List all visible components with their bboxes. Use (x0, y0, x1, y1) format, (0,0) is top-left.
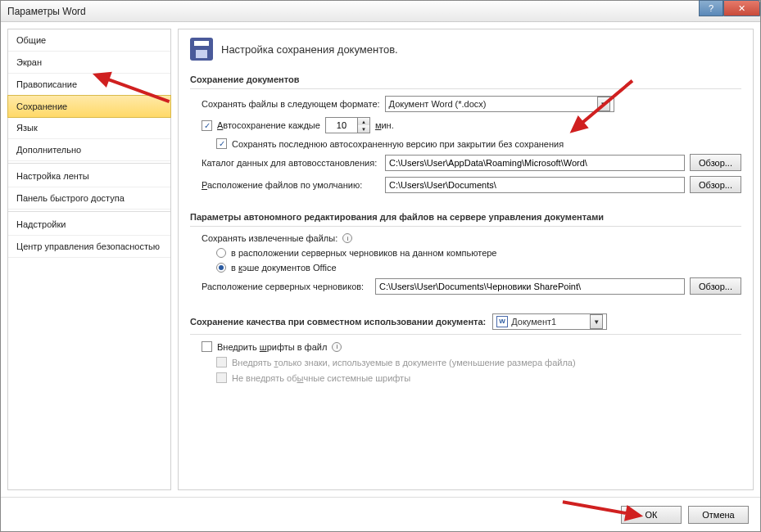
autosave-checkbox[interactable] (202, 120, 212, 131)
sidebar-item-addins[interactable]: Надстройки (8, 214, 170, 236)
keep-last-autosave-label: Сохранять последнюю автосохраненную верс… (232, 139, 564, 149)
autosave-interval-input[interactable] (326, 118, 357, 133)
spinner-down[interactable]: ▼ (358, 125, 369, 133)
embed-fonts-checkbox[interactable] (202, 341, 212, 352)
content-panel: Настройка сохранения документов. Сохране… (178, 29, 754, 490)
page-header: Настройка сохранения документов. (190, 38, 741, 61)
close-button[interactable]: ✕ (723, 0, 760, 16)
titlebar: Параметры Word ? ✕ (1, 1, 760, 22)
info-icon[interactable]: i (332, 342, 342, 352)
ok-button[interactable]: ОК (621, 506, 682, 524)
section-offline-edit: Параметры автономного редактирования для… (190, 208, 741, 227)
word-doc-icon (496, 316, 508, 327)
default-location-input[interactable] (385, 177, 685, 193)
browse-autorecover-button[interactable]: Обзор... (690, 154, 741, 171)
sidebar-item-ribbon[interactable]: Настройка ленты (8, 165, 170, 187)
radio-office-cache[interactable] (216, 263, 226, 273)
autorecover-path-label: Каталог данных для автовосстановления: (202, 158, 380, 168)
spinner-up[interactable]: ▲ (358, 118, 369, 125)
sidebar-item-save[interactable]: Сохранение (7, 95, 171, 118)
embed-only-used-checkbox (216, 357, 227, 367)
no-system-fonts-checkbox (216, 372, 227, 383)
radio-server-drafts-local[interactable] (216, 248, 226, 258)
chevron-down-icon: ▼ (590, 314, 603, 329)
sidebar-item-qat[interactable]: Панель быстрого доступа (8, 187, 170, 210)
options-dialog: Параметры Word ? ✕ Общие Экран Правописа… (0, 0, 761, 532)
save-format-label: Сохранять файлы в следующем формате: (202, 99, 380, 109)
radio-office-cache-label: в кэше документов Office (231, 263, 337, 273)
browse-default-button[interactable]: Обзор... (690, 176, 741, 193)
section-sharing-quality: Сохранение качества при совместном испол… (190, 309, 741, 335)
sidebar-item-display[interactable]: Экран (8, 52, 170, 74)
sidebar-item-general[interactable]: Общие (8, 29, 170, 52)
section-save-docs: Сохранение документов (190, 70, 741, 89)
server-drafts-input[interactable] (375, 278, 685, 295)
save-checked-files-label: Сохранять извлеченные файлы: (202, 233, 337, 243)
info-icon[interactable]: i (342, 233, 352, 243)
default-location-label: Расположение файлов по умолчанию: (202, 180, 380, 190)
autosave-label: ААвтосохранение каждыевтосохранение кажд… (217, 120, 320, 130)
save-format-select[interactable]: Документ Word (*.docx) ▼ (385, 96, 614, 112)
autorecover-path-input[interactable] (385, 155, 685, 171)
sidebar-item-trust[interactable]: Центр управления безопасностью (8, 236, 170, 258)
dialog-body: Общие Экран Правописание Сохранение Язык… (1, 22, 760, 497)
server-drafts-label: Расположение серверных черновиков: (202, 282, 370, 291)
autosave-interval-spinner[interactable]: ▲ ▼ (325, 117, 370, 133)
help-button[interactable]: ? (699, 0, 723, 16)
window-title: Параметры Word (4, 6, 86, 17)
chevron-down-icon: ▼ (597, 97, 610, 111)
autosave-unit: мин. (375, 120, 394, 130)
no-system-fonts-label: Не внедрять обычные системные шрифты (232, 373, 410, 383)
sidebar-item-proofing[interactable]: Правописание (8, 74, 170, 96)
window-controls: ? ✕ (699, 0, 760, 16)
embed-only-used-label: Внедрять только знаки, используемые в до… (232, 358, 576, 367)
sidebar: Общие Экран Правописание Сохранение Язык… (7, 29, 171, 490)
sidebar-item-advanced[interactable]: Дополнительно (8, 139, 170, 161)
page-title: Настройка сохранения документов. (221, 43, 398, 56)
document-select[interactable]: Документ1 ▼ (492, 313, 607, 330)
dialog-footer: ОК Отмена (1, 497, 760, 531)
embed-fonts-label: Внедрить шрифты в файл (217, 342, 327, 352)
keep-last-autosave-checkbox[interactable] (216, 138, 227, 149)
sidebar-item-language[interactable]: Язык (8, 117, 170, 139)
radio-server-drafts-local-label: в расположении серверных черновиков на д… (231, 248, 496, 258)
browse-server-drafts-button[interactable]: Обзор... (690, 277, 741, 295)
save-icon (190, 38, 213, 61)
cancel-button[interactable]: Отмена (688, 506, 749, 524)
